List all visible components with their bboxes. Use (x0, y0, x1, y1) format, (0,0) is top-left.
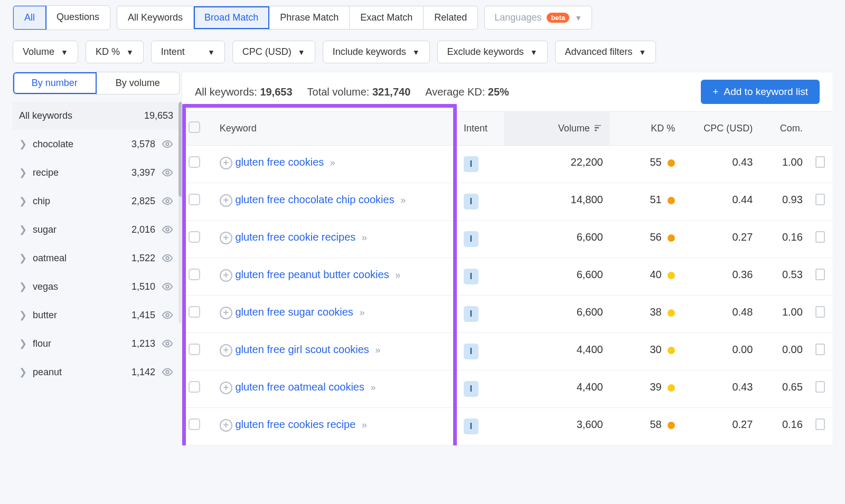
keyword-link[interactable]: gluten free cookies recipe (235, 419, 355, 430)
table-row: + gluten free sugar cookies » I 6,600 38… (182, 296, 832, 333)
col-kd[interactable]: KD % (609, 112, 682, 146)
select-all-checkbox[interactable] (189, 121, 200, 133)
tab-related[interactable]: Related (424, 6, 477, 29)
expand-icon[interactable]: + (220, 194, 232, 207)
keyword-link[interactable]: gluten free oatmeal cookies (235, 381, 364, 393)
chevron-right-icon: ❯ (19, 338, 26, 349)
filters-bar: Volume▼ KD %▼ Intent▼ CPC (USD)▼ Include… (0, 30, 845, 72)
cell-cpc: 0.43 (681, 146, 759, 183)
eye-icon[interactable] (162, 309, 173, 321)
filter-exclude[interactable]: Exclude keywords▼ (437, 41, 548, 63)
eye-icon[interactable] (162, 338, 173, 349)
tab-broad-match[interactable]: Broad Match (194, 6, 269, 29)
add-to-keyword-list-button[interactable]: + Add to keyword list (701, 80, 820, 104)
keyword-link[interactable]: gluten free cookies (235, 156, 324, 168)
serp-icon[interactable] (815, 419, 825, 430)
eye-icon[interactable] (162, 167, 173, 178)
col-com[interactable]: Com. (759, 112, 809, 146)
serp-icon[interactable] (815, 306, 825, 318)
keyword-link[interactable]: gluten free peanut butter cookies (235, 269, 389, 280)
row-checkbox[interactable] (189, 419, 200, 430)
tab-all-keywords[interactable]: All Keywords (117, 6, 194, 29)
row-checkbox[interactable] (189, 156, 200, 168)
cell-volume: 3,600 (504, 408, 609, 445)
col-keyword[interactable]: Keyword (213, 112, 457, 146)
serp-icon[interactable] (815, 269, 825, 280)
filter-volume[interactable]: Volume▼ (13, 41, 78, 63)
chevrons-icon[interactable]: » (375, 345, 378, 355)
kd-difficulty-dot (668, 272, 675, 279)
chevrons-icon[interactable]: » (362, 232, 365, 243)
keyword-link[interactable]: gluten free sugar cookies (235, 306, 353, 318)
tab-all[interactable]: All (13, 5, 46, 30)
filter-advanced[interactable]: Advanced filters▼ (555, 41, 656, 63)
tab-exact-match[interactable]: Exact Match (350, 6, 424, 29)
sidebar-header[interactable]: All keywords 19,653 (13, 102, 180, 130)
row-checkbox[interactable] (189, 381, 200, 393)
expand-icon[interactable]: + (220, 382, 232, 394)
filter-cpc[interactable]: CPC (USD)▼ (232, 41, 315, 63)
chevrons-icon[interactable]: » (395, 270, 398, 280)
add-button-label: Add to keyword list (724, 86, 808, 98)
chevrons-icon[interactable]: » (371, 382, 374, 393)
expand-icon[interactable]: + (220, 269, 232, 282)
sidebar-item-count: 2,825 (126, 196, 155, 207)
chevrons-icon[interactable]: » (362, 420, 365, 430)
stat-avg-kd: Average KD: 25% (425, 86, 509, 98)
sidebar-item-recipe[interactable]: ❯ recipe 3,397 (13, 158, 180, 187)
sidebar-item-butter[interactable]: ❯ butter 1,415 (13, 301, 180, 329)
serp-icon[interactable] (815, 231, 825, 243)
expand-icon[interactable]: + (220, 307, 232, 319)
eye-icon[interactable] (162, 195, 173, 207)
serp-icon[interactable] (815, 344, 825, 355)
sidebar-item-count: 3,578 (126, 139, 155, 150)
sidebar-item-chocolate[interactable]: ❯ chocolate 3,578 (13, 130, 180, 158)
col-volume[interactable]: Volume (504, 112, 609, 146)
keyword-link[interactable]: gluten free girl scout cookies (235, 344, 369, 355)
filter-include[interactable]: Include keywords▼ (323, 41, 430, 63)
row-checkbox[interactable] (189, 344, 200, 355)
filter-intent[interactable]: Intent▼ (151, 41, 225, 63)
filter-label: Advanced filters (565, 46, 633, 58)
row-checkbox[interactable] (189, 269, 200, 280)
expand-icon[interactable]: + (220, 419, 232, 432)
filter-kd[interactable]: KD %▼ (86, 41, 144, 63)
chevrons-icon[interactable]: » (330, 157, 333, 168)
svg-point-0 (166, 142, 169, 146)
chevron-down-icon: ▼ (530, 48, 538, 56)
tab-questions[interactable]: Questions (46, 6, 110, 30)
toggle-by-number[interactable]: By number (13, 72, 97, 94)
chevrons-icon[interactable]: » (359, 307, 362, 318)
stat-value: 25% (488, 86, 509, 98)
serp-icon[interactable] (815, 194, 825, 205)
chevrons-icon[interactable]: » (400, 195, 403, 205)
tab-phrase-match[interactable]: Phrase Match (269, 6, 350, 29)
sidebar-item-oatmeal[interactable]: ❯ oatmeal 1,522 (13, 244, 180, 272)
serp-icon[interactable] (815, 381, 825, 393)
row-checkbox[interactable] (189, 231, 200, 243)
keyword-link[interactable]: gluten free chocolate chip cookies (235, 194, 394, 205)
sidebar-item-peanut[interactable]: ❯ peanut 1,142 (13, 358, 180, 386)
keyword-link[interactable]: gluten free cookie recipes (235, 231, 355, 243)
row-checkbox[interactable] (189, 194, 200, 205)
expand-icon[interactable]: + (220, 157, 232, 169)
col-cpc[interactable]: CPC (USD) (681, 112, 759, 146)
languages-dropdown[interactable]: Languages beta ▼ (484, 6, 592, 30)
eye-icon[interactable] (162, 366, 173, 378)
expand-icon[interactable]: + (220, 232, 232, 244)
toggle-by-volume[interactable]: By volume (97, 72, 180, 94)
eye-icon[interactable] (162, 252, 173, 264)
row-checkbox[interactable] (189, 306, 200, 318)
sidebar: By number By volume All keywords 19,653 … (13, 72, 180, 445)
sidebar-item-sugar[interactable]: ❯ sugar 2,016 (13, 215, 180, 244)
sidebar-item-flour[interactable]: ❯ flour 1,213 (13, 329, 180, 358)
eye-icon[interactable] (162, 281, 173, 292)
col-intent[interactable]: Intent (457, 112, 504, 146)
sidebar-item-vegas[interactable]: ❯ vegas 1,510 (13, 272, 180, 301)
sidebar-item-chip[interactable]: ❯ chip 2,825 (13, 187, 180, 215)
eye-icon[interactable] (162, 224, 173, 235)
eye-icon[interactable] (162, 138, 173, 150)
chevron-right-icon: ❯ (19, 167, 26, 178)
expand-icon[interactable]: + (220, 344, 232, 357)
serp-icon[interactable] (815, 156, 825, 168)
